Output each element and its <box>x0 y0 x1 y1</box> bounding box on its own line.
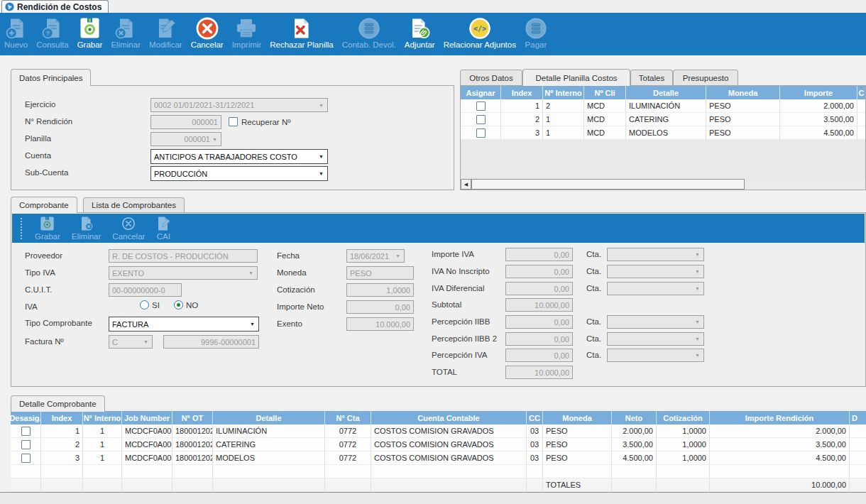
asignar-checkbox[interactable] <box>476 128 486 138</box>
iva-radio-no[interactable]: NO <box>174 300 198 309</box>
cell <box>857 113 865 126</box>
table-row[interactable]: 1 1 MCDCF0A0001 1800012021 ILUMINACIÓN 0… <box>11 424 866 438</box>
cell: MCD <box>584 126 626 140</box>
cell: 1,0000 <box>657 424 710 438</box>
percepcion-iibb2-cta-combo: ▼ <box>607 332 704 346</box>
moneda-input: PESO <box>346 266 414 280</box>
comprobante-toolbar: Grabar Eliminar Cancelar CAI <box>12 214 865 243</box>
recuperar-checkbox[interactable] <box>229 117 238 126</box>
column-header[interactable]: Nº Interno <box>543 86 584 99</box>
cell <box>850 465 866 478</box>
column-header[interactable]: Importe Rendición <box>710 411 850 424</box>
asignar-checkbox[interactable] <box>476 102 486 111</box>
table-row[interactable]: 2 1 MCDCF0A0001 1800012021 CATERING 0772… <box>11 438 866 451</box>
desasignar-checkbox[interactable] <box>21 454 31 463</box>
table-row[interactable]: 3 1 MCD MODELOS PESO 4.500,00 <box>461 126 865 140</box>
column-header[interactable]: Nº Cli <box>584 86 626 99</box>
column-header[interactable]: Cuenta Contable <box>371 411 527 424</box>
tab-totales[interactable]: Totales <box>630 70 673 85</box>
column-header[interactable]: D <box>850 411 866 424</box>
new-doc-icon <box>6 16 27 40</box>
factura-letra-combo: C▼ <box>109 335 153 349</box>
iva-radio-si[interactable]: SI <box>140 300 160 309</box>
tab-detalle-planilla-costos[interactable]: Detalle Planilla Costos <box>522 69 630 86</box>
iva-diferencial-cta-combo: ▼ <box>607 282 704 295</box>
column-header[interactable]: Index <box>41 411 83 424</box>
column-header[interactable]: Cotización <box>657 411 710 424</box>
radio-icon <box>140 300 149 309</box>
column-header[interactable]: Asignar <box>461 86 501 99</box>
cell: MCDCF0A0001 <box>122 451 172 465</box>
toolbar-button-rechazar-planilla[interactable]: Rechazar Planilla <box>265 16 338 49</box>
cell: 4.500,00 <box>710 451 850 465</box>
reject-sheet-icon <box>291 16 312 40</box>
cell: 1 <box>83 451 122 465</box>
toolbar-button-grabar[interactable]: Grabar <box>73 16 107 49</box>
cell <box>172 465 213 478</box>
window-tab[interactable]: Rendición de Costos <box>1 0 109 13</box>
asignar-checkbox[interactable] <box>476 115 486 124</box>
table-row[interactable]: 2 1 MCD CATERING PESO 3.500,00 <box>461 113 865 126</box>
cuit-label: C.U.I.T. <box>25 285 52 294</box>
planilla-grid: Asignar Index Nº Interno Nº Cli Detalle … <box>461 86 865 140</box>
table-row[interactable]: 1 2 MCD ILUMINACIÓN PESO 2.000,00 <box>461 99 865 113</box>
tipo-comprobante-combo[interactable]: FACTURA▼ <box>109 317 259 332</box>
cell <box>461 99 501 113</box>
cell: 1 <box>41 424 83 438</box>
desasignar-checkbox[interactable] <box>21 427 31 436</box>
comprobante-button-eliminar: Eliminar <box>66 217 107 241</box>
column-header[interactable]: Neto <box>612 411 657 424</box>
horizontal-scrollbar[interactable]: ◀ <box>461 179 865 190</box>
scroll-left-button[interactable]: ◀ <box>461 179 471 190</box>
tab-presupuesto[interactable]: Presupuesto <box>673 70 738 85</box>
column-header[interactable]: Importe <box>780 86 857 99</box>
column-header[interactable]: N° Cta <box>325 411 371 424</box>
desasignar-checkbox[interactable] <box>21 440 31 449</box>
cancel-icon <box>196 16 219 40</box>
cell <box>11 424 41 438</box>
toolbar-button-cancelar[interactable]: Cancelar <box>187 16 228 49</box>
cell <box>857 126 865 140</box>
edit-doc-icon <box>155 16 176 40</box>
toolbar-button-adjuntar[interactable]: Adjuntar <box>400 16 439 49</box>
cell <box>371 465 527 478</box>
table-row[interactable]: 3 1 MCDCF0A0001 1800012021 MODELOS 0772 … <box>11 451 866 465</box>
column-header[interactable]: Job Number <box>122 411 172 424</box>
toolbar-button-nuevo: Nuevo <box>0 16 32 49</box>
chevron-down-icon: ▼ <box>248 322 257 327</box>
column-header[interactable]: Index <box>501 86 543 99</box>
column-header[interactable]: Moneda <box>543 411 612 424</box>
chevron-down-icon: ▼ <box>210 137 219 142</box>
column-header[interactable]: Moneda <box>706 86 780 99</box>
toolbar-button-relacionar-adjuntos[interactable]: </> Relacionar Adjuntos <box>439 16 520 49</box>
toolbar-grip[interactable] <box>21 218 22 239</box>
comprobante-button-grabar: Grabar <box>29 217 66 241</box>
percepcion-iibb-cta-combo: ▼ <box>607 315 704 329</box>
column-header[interactable]: Desasig. <box>11 411 41 424</box>
cell: 3.500,00 <box>780 113 857 126</box>
cell: 4.500,00 <box>780 126 857 140</box>
cuenta-combo[interactable]: ANTICIPOS A TRABAJADORES COSTO▼ <box>150 149 328 164</box>
delete-doc-icon <box>115 16 136 40</box>
tab-detalle-comprobante[interactable]: Detalle Comprobante <box>11 395 105 412</box>
cell <box>11 451 41 465</box>
datos-principales-panel: Ejercicio 0002 01/01/2021-31/12/2021▼ N°… <box>11 85 454 190</box>
comprobante-button-cai: CAI <box>150 217 176 241</box>
tab-datos-principales[interactable]: Datos Principales <box>11 69 91 86</box>
save-icon <box>80 16 99 40</box>
column-header[interactable]: Detalle <box>626 86 706 99</box>
tab-comprobante[interactable]: Comprobante <box>11 197 77 213</box>
column-header[interactable]: C <box>857 86 865 99</box>
column-header[interactable]: N° OT <box>172 411 213 424</box>
column-header[interactable]: N° Interno <box>83 411 122 424</box>
tab-lista-de-comprobantes[interactable]: Lista de Comprobantes <box>83 197 185 212</box>
column-header[interactable]: Detalle <box>213 411 325 424</box>
subcuenta-combo[interactable]: PRODUCCIÓN▼ <box>150 166 328 181</box>
cell <box>850 478 866 492</box>
iva-no-inscripto-cta-combo: ▼ <box>607 265 704 278</box>
scrollbar-thumb[interactable] <box>471 179 745 190</box>
tab-otros-datos[interactable]: Otros Datos <box>460 70 522 85</box>
cell: 3.500,00 <box>710 438 850 451</box>
column-header[interactable]: CC <box>527 411 543 424</box>
window-title: Rendición de Costos <box>17 2 102 12</box>
